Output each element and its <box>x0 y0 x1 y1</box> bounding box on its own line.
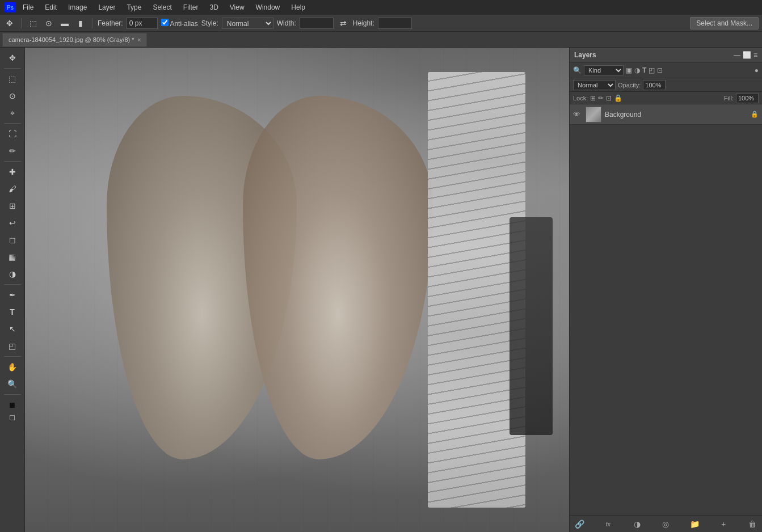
opacity-label: Opacity: <box>618 82 641 88</box>
layers-close-icon[interactable]: — <box>734 51 740 59</box>
eraser-tool-btn[interactable]: ◻ <box>3 232 22 248</box>
hand-tool-btn[interactable]: ✋ <box>3 359 22 375</box>
path-tool-btn[interactable]: ↖ <box>3 321 22 337</box>
style-select[interactable]: Normal Fixed Ratio Fixed Size <box>222 18 273 29</box>
lock-move-icon[interactable]: ✏ <box>598 94 604 102</box>
shape-tool-btn[interactable]: ◰ <box>3 338 22 354</box>
dodge-tool-btn[interactable]: ◑ <box>3 266 22 282</box>
lasso-tool-btn[interactable]: ⊙ <box>3 88 22 104</box>
menu-file[interactable]: File <box>18 2 38 12</box>
history-tool-btn[interactable]: ↩ <box>3 215 22 231</box>
pen-tool-btn[interactable]: ✒ <box>3 287 22 303</box>
menu-window[interactable]: Window <box>251 2 285 12</box>
lock-all-icon[interactable]: 🔒 <box>614 94 622 102</box>
tool-separator-3 <box>4 161 21 162</box>
move-tool-btn[interactable]: ✥ <box>3 50 22 66</box>
gradient-tool-btn[interactable]: ▦ <box>3 249 22 265</box>
layers-blend-bar: Normal Dissolve Multiply Screen Opacity: <box>570 78 762 92</box>
eyedropper-tool-btn[interactable]: ✏ <box>3 143 22 159</box>
footer-new-layer-icon[interactable]: + <box>717 520 730 529</box>
ellipse-marquee-icon[interactable]: ⊙ <box>43 17 55 29</box>
heal-tool-btn[interactable]: ✚ <box>3 164 22 180</box>
blend-mode-select[interactable]: Normal Dissolve Multiply Screen <box>573 80 616 90</box>
brush-tool-btn[interactable]: 🖌 <box>3 181 22 197</box>
options-separator-2 <box>92 18 92 28</box>
footer-fx-icon[interactable]: fx <box>602 521 614 527</box>
footer-delete-icon[interactable]: 🗑 <box>746 520 759 529</box>
filter-adjustment-icon[interactable]: ◑ <box>634 66 640 74</box>
lock-artboard-icon[interactable]: ⊡ <box>606 94 612 102</box>
clone-tool-btn[interactable]: ⊞ <box>3 198 22 214</box>
layer-lock-icon: 🔒 <box>751 111 759 118</box>
lock-label: Lock: <box>573 95 588 102</box>
marquee-tool-btn[interactable]: ⬚ <box>3 71 22 87</box>
feather-label: Feather: <box>98 19 123 27</box>
filter-toggle-icon[interactable]: ● <box>755 66 759 74</box>
rect-marquee-icon[interactable]: ⬚ <box>27 17 39 29</box>
style-label: Style: <box>201 19 218 27</box>
options-separator-1 <box>21 18 22 28</box>
tool-separator-5 <box>4 356 21 357</box>
menu-type[interactable]: Type <box>122 2 146 12</box>
opacity-input[interactable] <box>643 80 666 90</box>
antialias-label: Anti-alias <box>161 19 198 28</box>
menu-select[interactable]: Select <box>148 2 176 12</box>
layer-visibility-icon[interactable]: 👁 <box>573 110 582 119</box>
height-input[interactable] <box>378 18 412 29</box>
tool-separator-1 <box>4 68 21 69</box>
footer-mask-icon[interactable]: ◑ <box>631 520 643 529</box>
filter-shape-icon[interactable]: ◰ <box>649 66 655 74</box>
antialias-checkbox[interactable] <box>161 19 169 26</box>
layers-lock-bar: Lock: ⊞ ✏ ⊡ 🔒 Fill: <box>570 92 762 104</box>
swap-icon[interactable]: ⇄ <box>337 17 350 29</box>
type-tool-btn[interactable]: T <box>3 304 22 320</box>
layer-thumbnail-img <box>586 107 601 122</box>
footer-group-icon[interactable]: 📁 <box>688 520 701 529</box>
filter-pixel-icon[interactable]: ▣ <box>626 66 632 74</box>
width-input[interactable] <box>300 18 334 29</box>
layer-name-label: Background <box>605 111 747 119</box>
layers-filter-bar: 🔍 Kind Name Effect Mode Attribute Color … <box>570 62 762 78</box>
select-mask-button[interactable]: Select and Mask... <box>690 17 759 29</box>
menu-view[interactable]: View <box>225 2 249 12</box>
footer-adjustment-icon[interactable]: ◎ <box>659 520 672 529</box>
layers-panel: Layers — ⬜ ≡ 🔍 Kind Name Effect Mode Att… <box>569 48 762 532</box>
quickselect-tool-btn[interactable]: ⌖ <box>3 105 22 121</box>
menu-layer[interactable]: Layer <box>94 2 120 12</box>
bottle-element <box>510 217 553 435</box>
tab-close-button[interactable]: × <box>138 37 141 43</box>
filter-search-icon[interactable]: 🔍 <box>573 66 582 74</box>
background-color-btn[interactable]: □ <box>3 409 22 425</box>
layer-item-background[interactable]: 👁 Background 🔒 <box>570 104 762 125</box>
filter-kind-select[interactable]: Kind Name Effect Mode Attribute Color <box>584 65 624 75</box>
zoom-tool-btn[interactable]: 🔍 <box>3 376 22 392</box>
layers-minimize-icon[interactable]: ⬜ <box>743 51 751 59</box>
options-bar: ✥ ⬚ ⊙ ▬ ▮ Feather: Anti-alias Style: Nor… <box>0 15 762 32</box>
tool-separator-2 <box>4 123 21 124</box>
document-tab[interactable]: camera-1840054_1920.jpg @ 80% (Gray/8) *… <box>2 33 147 47</box>
footer-link-icon[interactable]: 🔗 <box>573 520 586 529</box>
filter-smartobject-icon[interactable]: ⊡ <box>657 66 663 74</box>
single-col-icon[interactable]: ▮ <box>74 17 87 29</box>
menu-help[interactable]: Help <box>287 2 310 12</box>
layers-header-icons: — ⬜ ≡ <box>734 51 757 59</box>
layer-thumbnail <box>586 107 601 123</box>
menu-image[interactable]: Image <box>64 2 91 12</box>
menu-bar: Ps File Edit Image Layer Type Select Fil… <box>0 0 762 15</box>
menu-edit[interactable]: Edit <box>40 2 61 12</box>
fill-input[interactable] <box>736 93 759 103</box>
menu-filter[interactable]: Filter <box>179 2 203 12</box>
tool-separator-4 <box>4 284 21 285</box>
single-row-icon[interactable]: ▬ <box>58 17 71 29</box>
tab-filename: camera-1840054_1920.jpg @ 80% (Gray/8) * <box>9 36 134 43</box>
layers-menu-icon[interactable]: ≡ <box>753 51 757 59</box>
height-label: Height: <box>353 19 374 27</box>
lock-pixels-icon[interactable]: ⊞ <box>590 94 596 102</box>
filter-type-icon[interactable]: T <box>642 66 646 74</box>
feather-input[interactable] <box>127 18 158 29</box>
crop-tool-btn[interactable]: ⛶ <box>3 126 22 142</box>
layers-panel-header: Layers — ⬜ ≡ <box>570 48 762 62</box>
move-tool-icon[interactable]: ✥ <box>3 17 16 29</box>
menu-3d[interactable]: 3D <box>205 2 222 12</box>
width-label: Width: <box>277 19 296 27</box>
